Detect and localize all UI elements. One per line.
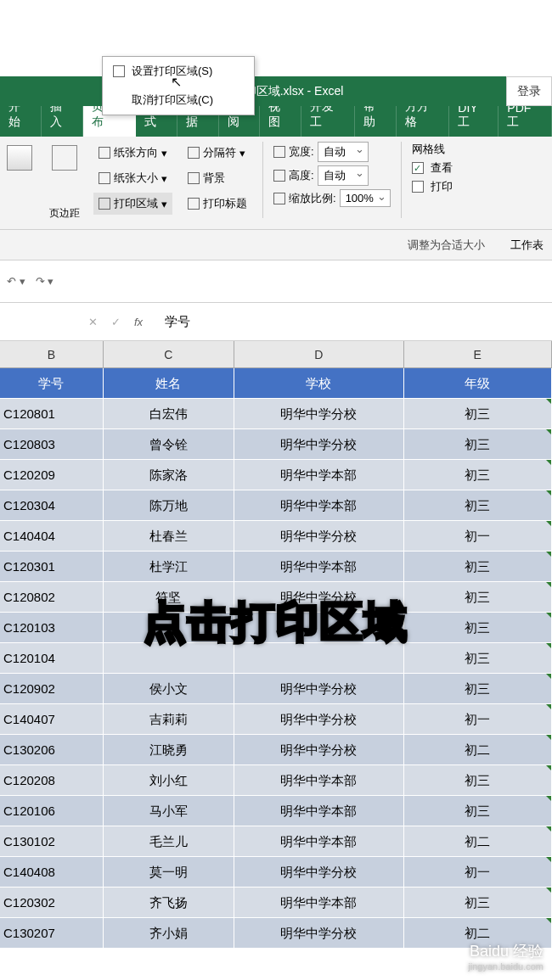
cell-grade[interactable]: 初三 (404, 460, 552, 490)
cell-name[interactable]: 陈家洛 (104, 460, 235, 490)
cell-school[interactable]: 明华中学分校 (234, 735, 403, 765)
header-cell[interactable]: 学号 (0, 368, 104, 399)
table-row[interactable]: C140408莫一明明华中学分校初一 (0, 857, 552, 888)
cell-id[interactable]: C120803 (0, 429, 104, 460)
table-row[interactable]: C120803曾令铨明华中学分校初三 (0, 429, 552, 460)
cell-grade[interactable]: 初三 (404, 796, 552, 826)
cell-grade[interactable]: 初三 (404, 643, 552, 674)
set-print-area-item[interactable]: 设置打印区域(S) ↖ (103, 57, 254, 86)
cell-school[interactable]: 明华中学本部 (234, 490, 403, 521)
cancel-icon[interactable]: ✕ (88, 316, 98, 328)
cell-grade[interactable]: 初一 (404, 521, 552, 552)
cell-name[interactable]: 马小军 (104, 796, 235, 826)
login-button[interactable]: 登录 (506, 76, 552, 106)
cell-id[interactable]: C120302 (0, 888, 104, 918)
table-row[interactable]: C140404杜春兰明华中学分校初一 (0, 521, 552, 552)
height-select[interactable]: 自动 (318, 165, 369, 186)
table-row[interactable]: C120208刘小红明华中学本部初三 (0, 765, 552, 796)
table-row[interactable]: C120304陈万地明华中学本部初三 (0, 490, 552, 521)
column-header[interactable]: E (404, 341, 552, 367)
table-row[interactable]: C120106马小军明华中学本部初三 (0, 796, 552, 826)
table-row[interactable]: C120209陈家洛明华中学本部初三 (0, 460, 552, 490)
cell-id[interactable]: C120106 (0, 796, 104, 826)
table-row[interactable]: C130206江晓勇明华中学分校初二 (0, 735, 552, 765)
cell-id[interactable]: C120103 (0, 613, 104, 643)
cell-school[interactable]: 明华中学分校 (234, 399, 403, 429)
cell-school[interactable]: 明华中学本部 (234, 826, 403, 857)
cell-name[interactable]: 侯小文 (104, 674, 235, 704)
cell-school[interactable]: 明华中学分校 (234, 674, 403, 704)
table-row[interactable]: C130102毛兰儿明华中学本部初二 (0, 826, 552, 857)
table-row[interactable]: C120302齐飞扬明华中学本部初三 (0, 888, 552, 918)
cell-grade[interactable]: 初二 (404, 735, 552, 765)
cell-school[interactable]: 明华中学本部 (234, 888, 403, 918)
cell-id[interactable]: C120304 (0, 490, 104, 521)
undo-icon[interactable]: ↶ ▾ (7, 275, 25, 288)
background-button[interactable]: 背景 (183, 167, 252, 189)
cell-grade[interactable]: 初三 (404, 888, 552, 918)
cell-school[interactable]: 明华中学本部 (234, 765, 403, 796)
orientation-button[interactable]: 纸张方向 ▾ (93, 142, 172, 164)
cell-name[interactable]: 齐小娟 (104, 918, 235, 949)
cell-school[interactable]: 明华中学本部 (234, 460, 403, 490)
cell-id[interactable]: C130207 (0, 918, 104, 949)
cell-id[interactable]: C120802 (0, 582, 104, 613)
clear-print-area-item[interactable]: 取消打印区域(C) (103, 86, 254, 115)
print-titles-button[interactable]: 打印标题 (183, 193, 252, 215)
cell-id[interactable]: C120209 (0, 460, 104, 490)
cell-name[interactable]: 杜春兰 (104, 521, 235, 552)
themes-group[interactable] (3, 142, 36, 224)
cell-name[interactable]: 毛兰儿 (104, 826, 235, 857)
cell-school[interactable]: 明华中学分校 (234, 704, 403, 735)
cell-id[interactable]: C120902 (0, 674, 104, 704)
cell-id[interactable]: C120208 (0, 765, 104, 796)
cell-grade[interactable]: 初三 (404, 399, 552, 429)
cell-grade[interactable]: 初三 (404, 765, 552, 796)
cell-name[interactable]: 曾令铨 (104, 429, 235, 460)
header-cell[interactable]: 姓名 (104, 368, 235, 399)
cell-school[interactable]: 明华中学分校 (234, 857, 403, 888)
cell-school[interactable]: 明华中学分校 (234, 429, 403, 460)
print-checkbox-row[interactable]: 打印 (412, 179, 453, 194)
cell-name[interactable]: 莫一明 (104, 857, 235, 888)
breaks-button[interactable]: 分隔符 ▾ (183, 142, 252, 164)
cell-grade[interactable]: 初三 (404, 582, 552, 613)
cell-grade[interactable]: 初一 (404, 857, 552, 888)
cell-name[interactable]: 白宏伟 (104, 399, 235, 429)
cell-grade[interactable]: 初二 (404, 826, 552, 857)
table-row[interactable]: C120801白宏伟明华中学分校初三 (0, 399, 552, 429)
table-row[interactable]: C140407吉莉莉明华中学分校初一 (0, 704, 552, 735)
cell-grade[interactable]: 初三 (404, 613, 552, 643)
header-cell[interactable]: 年级 (404, 368, 552, 399)
view-checkbox-row[interactable]: ✓查看 (412, 160, 453, 176)
cell-school[interactable]: 明华中学本部 (234, 796, 403, 826)
table-row[interactable]: C120301杜学江明华中学本部初三 (0, 552, 552, 582)
margins-group[interactable]: 页边距 (46, 142, 83, 224)
cell-name[interactable]: 杜学江 (104, 552, 235, 582)
cell-id[interactable]: C120301 (0, 552, 104, 582)
cell-school[interactable]: 明华中学本部 (234, 552, 403, 582)
cell-id[interactable]: C140404 (0, 521, 104, 552)
redo-icon[interactable]: ↷ ▾ (36, 275, 54, 288)
cell-id[interactable]: C120801 (0, 399, 104, 429)
cell-school[interactable]: 明华中学分校 (234, 521, 403, 552)
column-header[interactable]: C (104, 341, 235, 367)
cell-name[interactable]: 吉莉莉 (104, 704, 235, 735)
column-header[interactable]: D (234, 341, 403, 367)
formula-value[interactable]: 学号 (156, 314, 190, 330)
cell-name[interactable]: 陈万地 (104, 490, 235, 521)
cell-id[interactable]: C140407 (0, 704, 104, 735)
print-area-button[interactable]: 打印区域 ▾ (93, 193, 172, 215)
cell-grade[interactable]: 初三 (404, 674, 552, 704)
cell-grade[interactable]: 初三 (404, 429, 552, 460)
cell-id[interactable]: C130102 (0, 826, 104, 857)
cell-grade[interactable]: 初一 (404, 704, 552, 735)
cell-name[interactable]: 刘小红 (104, 765, 235, 796)
fx-icon[interactable]: fx (134, 316, 143, 328)
cell-id[interactable]: C140408 (0, 857, 104, 888)
size-button[interactable]: 纸张大小 ▾ (93, 167, 172, 189)
cell-id[interactable]: C130206 (0, 735, 104, 765)
header-cell[interactable]: 学校 (234, 368, 403, 399)
cell-id[interactable]: C120104 (0, 643, 104, 674)
column-header[interactable]: B (0, 341, 104, 367)
